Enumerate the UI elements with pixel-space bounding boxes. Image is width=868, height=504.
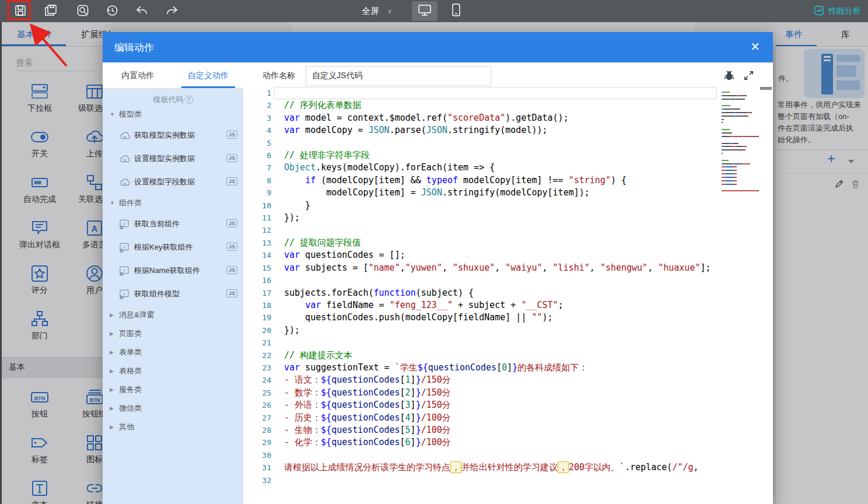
template-code-label: 模板代码 [153,95,184,104]
tree-category[interactable]: ▼组件类 [103,194,243,212]
cloud-icon [119,131,134,141]
tree-category-label: 模型类 [119,109,142,120]
undo-button[interactable] [133,4,150,19]
fx-icon: x [119,242,134,253]
code-line [284,274,722,286]
tree-item[interactable]: x根据Key获取组件JS [103,236,243,259]
tree-item[interactable]: x根据Name获取组件JS [103,259,243,282]
tree-item[interactable]: 设置模型字段数据JS [103,170,243,194]
js-badge[interactable]: JS [226,266,237,274]
tree-item-label: 获取组件模型 [134,289,180,299]
tree-item-label: 设置模型字段数据 [134,177,195,187]
fullscreen-select[interactable]: 全屏 ∨ [362,0,392,22]
minimap[interactable] [722,88,759,197]
save-all-icon [44,4,58,20]
performance-label: 性能分析 [828,6,861,16]
svg-text:x: x [123,244,126,250]
tree-item[interactable]: 设置模型实例数据JS [103,147,243,170]
cloud-icon [119,177,134,187]
code-line [284,87,722,99]
help-icon[interactable]: ? [185,96,193,104]
code-line: Object.keys(modelCopy).forEach(item => { [284,162,722,174]
js-badge[interactable]: JS [226,177,237,186]
redo-icon [165,4,179,20]
scrollbar-handle[interactable] [760,87,772,90]
tree-item[interactable]: x获取当前组件JS [103,212,243,236]
line-numbers: 1234567891011121314151617181920212223242… [243,87,271,487]
code-line: // 处理非字符串字段 [284,149,722,162]
js-badge[interactable]: JS [226,131,237,139]
js-badge[interactable]: JS [226,154,237,162]
tree-category-label: 服务类 [119,384,142,395]
code-line: } [284,200,722,212]
mobile-icon [450,3,463,19]
tab-builtin-actions[interactable]: 内置动作 [103,62,173,88]
save-button[interactable] [12,4,29,19]
js-badge[interactable]: JS [226,289,237,298]
code-line: // 序列化表单数据 [284,99,722,111]
tree-category[interactable]: ▼模型类 [103,105,243,124]
history-button[interactable] [103,4,121,19]
tree-category[interactable]: ▶表单类 [103,343,243,362]
fx-icon: x [119,219,134,229]
chevron-down-icon: ▼ [110,111,119,117]
tree-category-label: 页面类 [119,328,142,339]
template-tree: ▼模型类获取模型实例数据JS设置模型实例数据JS设置模型字段数据JS▼组件类x获… [103,105,243,436]
tree-category[interactable]: ▶页面类 [103,324,243,343]
chevron-right-icon: ▶ [110,331,119,337]
close-icon[interactable]: ✕ [750,40,760,53]
code-content: // 序列化表单数据var model = context.$model.ref… [284,87,722,487]
code-line: var fieldName = "feng_123__" + subject +… [284,299,722,312]
action-type-tabs: 内置动作 自定义动作 [103,62,243,89]
tree-category-label: 表单类 [119,347,142,358]
redo-button[interactable] [163,4,181,19]
code-line: var questionCodes = []; [284,249,722,261]
js-badge[interactable]: JS [226,219,237,228]
tree-item-label: 设置模型实例数据 [134,153,195,164]
fx-icon: x [119,289,134,299]
chevron-right-icon: ▶ [110,387,119,393]
action-library-panel: 内置动作 自定义动作 模板代码? ▼模型类获取模型实例数据JS设置模型实例数据J… [103,62,243,504]
code-line: }); [284,324,722,337]
tree-category[interactable]: ▶服务类 [103,380,243,399]
code-line: var suggestionText = `学生${questionCodes[… [284,362,722,374]
performance-analysis-link[interactable]: 性能分析 [814,0,861,22]
preview-button[interactable] [74,4,92,19]
code-line: - 语文：${questionCodes[1]}/150分 [284,374,722,386]
svg-text:x: x [123,267,126,273]
fullscreen-expand-icon[interactable] [743,70,754,83]
tree-item-label: 根据Name获取组件 [134,265,200,276]
tree-item[interactable]: x获取组件模型JS [103,282,243,306]
chevron-right-icon: ▶ [110,312,119,318]
code-line: - 数学：${questionCodes[2]}/150分 [284,387,722,399]
svg-text:x: x [123,290,126,296]
tree-category[interactable]: ▶微信类 [103,399,243,418]
chevron-down-icon: ▼ [110,200,119,206]
tree-category-label: 消息&弹窗 [119,310,155,320]
action-name-input[interactable] [306,66,491,86]
debug-bug-icon[interactable] [723,69,736,84]
tree-category[interactable]: ▶表格类 [103,362,243,380]
tab-custom-actions[interactable]: 自定义动作 [173,62,244,88]
code-line: }); [284,212,722,224]
tree-category-label: 组件类 [119,198,142,208]
code-line: // 构建提示文本 [284,349,722,362]
desktop-view-button[interactable] [412,1,438,21]
cloud-icon [119,154,134,164]
save-icon [13,4,27,20]
tree-item-label: 获取模型实例数据 [134,130,195,141]
code-line [284,337,722,349]
tree-category[interactable]: ▶其他 [103,418,243,436]
fx-icon: x [119,265,134,276]
save-all-button[interactable] [42,4,60,19]
js-badge[interactable]: JS [226,243,237,251]
code-editor[interactable]: 1234567891011121314151617181920212223242… [243,87,773,504]
tree-item[interactable]: 获取模型实例数据JS [103,124,243,147]
code-line: - 历史：${questionCodes[4]}/100分 [284,412,722,424]
edit-action-modal: 编辑动作 ✕ 内置动作 自定义动作 模板代码? ▼模型类获取模型实例数据JS设置… [103,32,773,504]
code-line: var model = context.$model.ref("scoreDat… [284,112,722,124]
undo-icon [135,4,149,20]
tree-category[interactable]: ▶消息&弹窗 [103,306,243,324]
modal-title: 编辑动作 [114,41,154,54]
mobile-view-button[interactable] [446,1,467,21]
